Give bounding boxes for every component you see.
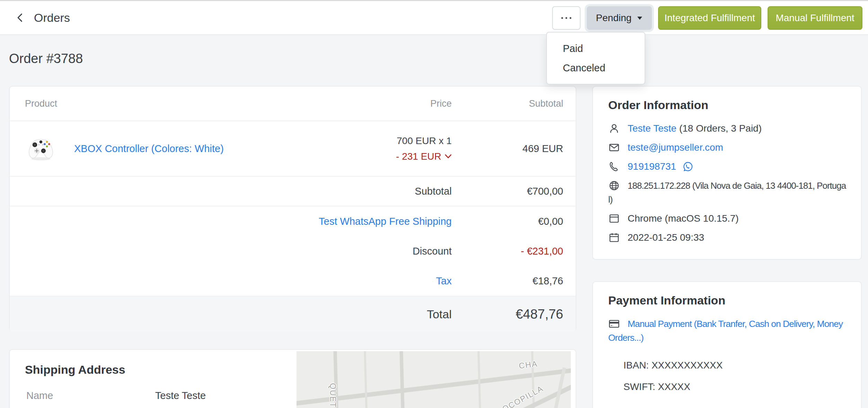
menu-item-paid[interactable]: Paid xyxy=(547,39,645,58)
order-information-card: Order Information Teste Teste (18 Orders… xyxy=(592,86,862,260)
map-street-label: CHA xyxy=(519,359,538,371)
phone-link[interactable]: 919198731 xyxy=(628,161,676,172)
total-label: Total xyxy=(313,308,452,321)
ip-location-row: 188.251.172.228 (Vila Nova de Gaia, 13 4… xyxy=(608,179,846,206)
email-link[interactable]: teste@jumpseller.com xyxy=(628,142,723,153)
whatsapp-icon[interactable] xyxy=(682,161,693,172)
items-table-header: Product Price Subtotal xyxy=(10,87,576,121)
map-street-label: QUET xyxy=(328,383,337,408)
name-label: Name xyxy=(26,390,53,401)
browser-row: Chrome (macOS 10.15.7) xyxy=(608,212,846,225)
shipping-address-title: Shipping Address xyxy=(25,363,125,376)
customer-meta: (18 Orders, 3 Paid) xyxy=(679,123,762,134)
swift-value: SWIFT: XXXXX xyxy=(608,381,846,392)
tax-row: Tax €18,76 xyxy=(10,266,576,296)
payment-method-line2: Orders...) xyxy=(608,331,846,345)
map-road xyxy=(364,351,370,408)
chevron-left-icon xyxy=(15,12,26,23)
subtotal-label: Subtotal xyxy=(313,186,452,197)
integrated-fulfillment-button[interactable]: Integrated Fulfillment xyxy=(658,6,761,30)
product-image xyxy=(25,133,57,165)
chevron-down-icon xyxy=(445,154,452,159)
payment-method-link[interactable]: Manual Payment (Bank Tranfer, Cash on De… xyxy=(608,318,846,345)
col-product: Product xyxy=(25,98,313,109)
date-value: 2022-01-25 09:33 xyxy=(628,232,704,243)
shipping-method-link[interactable]: Test WhatsApp Free Shipping xyxy=(313,216,452,227)
status-label: Pending xyxy=(596,12,632,24)
back-to-orders[interactable]: Orders xyxy=(15,1,70,34)
map-road xyxy=(399,351,407,408)
globe-icon xyxy=(608,180,620,192)
status-dropdown-menu: Paid Canceled xyxy=(546,32,645,85)
email-row: teste@jumpseller.com xyxy=(608,141,846,154)
product-discount[interactable]: - 231 EUR xyxy=(313,149,452,164)
manual-fulfillment-label: Manual Fulfillment xyxy=(776,12,854,24)
total-row: Total €487,76 xyxy=(10,296,576,332)
shipping-value: €0,00 xyxy=(452,216,563,227)
shipping-row: Test WhatsApp Free Shipping €0,00 xyxy=(10,206,576,236)
date-row: 2022-01-25 09:33 xyxy=(608,231,846,245)
top-bar: Orders Pending Integrated Fulfillment Ma… xyxy=(0,0,868,35)
payment-method-row: Manual Payment (Bank Tranfer, Cash on De… xyxy=(608,317,846,345)
discount-row: Discount - €231,00 xyxy=(10,236,576,266)
customer-link[interactable]: Teste Teste xyxy=(628,123,676,134)
more-actions-button[interactable] xyxy=(552,6,581,30)
subtotal-value: €700,00 xyxy=(452,186,563,197)
calendar-icon xyxy=(608,232,620,243)
payment-information-card: Payment Information Manual Payment (Bank… xyxy=(592,281,862,408)
product-link[interactable]: XBOX Controller (Colores: White) xyxy=(74,143,224,154)
browser-icon xyxy=(608,213,620,224)
tax-link[interactable]: Tax xyxy=(313,275,452,287)
back-label: Orders xyxy=(34,11,70,25)
tax-value: €18,76 xyxy=(452,275,563,287)
product-price: 700 EUR x 1 xyxy=(313,133,452,149)
subtotal-row: Subtotal €700,00 xyxy=(10,177,576,206)
shipping-address-card: Shipping Address Name Teste Teste QUET C… xyxy=(9,349,576,408)
col-price: Price xyxy=(313,98,452,109)
person-icon xyxy=(608,123,620,134)
payment-information-title: Payment Information xyxy=(608,294,846,307)
product-subtotal: 469 EUR xyxy=(452,143,563,154)
adjustment-rows: Test WhatsApp Free Shipping €0,00 Discou… xyxy=(10,206,576,296)
header-actions: Pending Integrated Fulfillment Manual Fu… xyxy=(552,6,862,30)
order-detail-page: Orders Pending Integrated Fulfillment Ma… xyxy=(0,0,868,408)
customer-row: Teste Teste (18 Orders, 3 Paid) xyxy=(608,122,846,135)
payment-method-line1: Manual Payment (Bank Tranfer, Cash on De… xyxy=(628,319,843,329)
phone-icon xyxy=(608,161,620,172)
col-subtotal: Subtotal xyxy=(452,98,563,109)
phone-row: 919198731 xyxy=(608,160,846,174)
name-value: Teste Teste xyxy=(155,390,206,401)
menu-item-canceled[interactable]: Canceled xyxy=(547,58,645,78)
browser-value: Chrome (macOS 10.15.7) xyxy=(628,213,739,224)
page-title: Order #3788 xyxy=(9,51,83,66)
discount-value: - €231,00 xyxy=(452,246,563,257)
ellipsis-icon xyxy=(560,16,573,20)
caret-down-icon xyxy=(637,16,643,20)
status-dropdown-button[interactable]: Pending xyxy=(587,6,652,30)
credit-card-icon xyxy=(608,318,620,330)
product-discount-label: - 231 EUR xyxy=(396,149,441,164)
manual-fulfillment-button[interactable]: Manual Fulfillment xyxy=(768,6,862,30)
total-value: €487,76 xyxy=(452,307,563,322)
envelope-icon xyxy=(608,142,620,153)
integrated-fulfillment-label: Integrated Fulfillment xyxy=(664,12,755,24)
map[interactable]: QUET CHA OCOPILLA xyxy=(296,351,571,408)
order-items-card: Product Price Subtotal xyxy=(9,86,576,331)
ip-location-line2: l) xyxy=(608,193,846,206)
ip-location-line1: 188.251.172.228 (Vila Nova de Gaia, 13 4… xyxy=(628,180,846,191)
product-row: XBOX Controller (Colores: White) 700 EUR… xyxy=(10,121,576,177)
discount-label: Discount xyxy=(313,246,452,257)
iban-value: IBAN: XXXXXXXXXXX xyxy=(608,360,846,371)
order-information-title: Order Information xyxy=(608,98,846,112)
